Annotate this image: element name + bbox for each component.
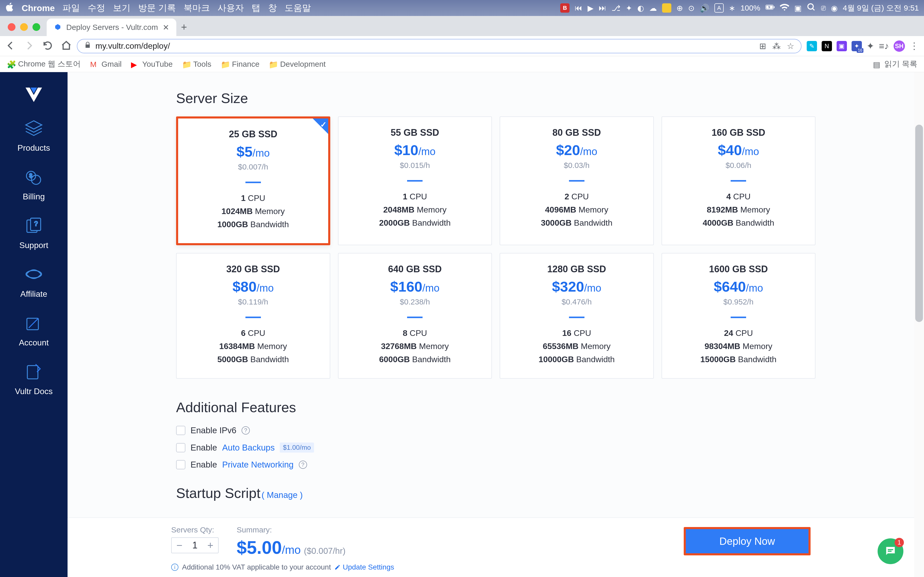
menu-people[interactable]: 사용자 — [218, 2, 244, 14]
close-tab-icon[interactable]: ✕ — [163, 23, 169, 32]
help-icon[interactable]: ? — [242, 426, 250, 435]
app-name[interactable]: Chrome — [22, 3, 55, 13]
auto-backups-link[interactable]: Auto Backups — [222, 443, 275, 453]
status-icon-5[interactable]: ⊙ — [688, 3, 695, 13]
extensions-icon[interactable]: ✦ — [866, 41, 874, 52]
chat-fab[interactable]: 1 — [877, 538, 903, 564]
svg-line-4 — [813, 8, 814, 10]
wifi-icon[interactable] — [780, 3, 789, 14]
control-center-icon[interactable]: ⎚ — [821, 3, 826, 12]
plan-card-4[interactable]: 320 GB SSD$80/mo$0.119/h6 CPU16384MB Mem… — [176, 253, 330, 379]
close-window-button[interactable] — [8, 23, 16, 31]
plan-card-0[interactable]: 25 GB SSD$5/mo$0.007/h1 CPU1024MB Memory… — [176, 116, 330, 245]
vertical-scrollbar[interactable] — [914, 72, 924, 577]
battery-icon[interactable] — [766, 3, 775, 14]
plan-card-7[interactable]: 1600 GB SSD$640/mo$0.952/h24 CPU98304MB … — [662, 253, 816, 379]
scrollbar-thumb[interactable] — [915, 125, 923, 322]
bookmark-youtube[interactable]: ▶YouTube — [131, 60, 173, 69]
clock[interactable]: 4월 9일 (금) 오전 9:51 — [843, 3, 919, 13]
play-icon[interactable]: ▶ — [588, 3, 593, 13]
qr-icon[interactable]: ⊞ — [759, 41, 766, 51]
menu-help[interactable]: 도움말 — [284, 2, 311, 14]
plan-price: $20/mo — [505, 142, 648, 158]
bookmark-star-icon[interactable]: ☆ — [787, 41, 794, 51]
vultr-logo[interactable] — [23, 84, 44, 104]
maximize-window-button[interactable] — [32, 23, 40, 31]
plan-memory: 2048MB Memory — [344, 205, 486, 214]
menu-edit[interactable]: 수정 — [88, 2, 105, 14]
bookmark-folder-dev[interactable]: 📁Development — [269, 60, 326, 69]
bookmark-folder-finance[interactable]: 📁Finance — [221, 60, 260, 69]
forward-button — [24, 40, 34, 52]
private-networking-link[interactable]: Private Networking — [222, 460, 294, 470]
sidebar-item-affiliate[interactable]: Affiliate — [20, 264, 47, 299]
help-icon[interactable]: ? — [299, 461, 307, 469]
sidebar-item-account[interactable]: Account — [19, 313, 49, 348]
menu-view[interactable]: 보기 — [113, 2, 131, 14]
sidebar-item-docs[interactable]: Vultr Docs — [15, 362, 53, 396]
status-icon-1[interactable]: ✦ — [626, 3, 632, 13]
volume-icon[interactable]: 🔊 — [700, 3, 709, 13]
svg-rect-15 — [888, 551, 892, 552]
new-tab-button[interactable]: + — [176, 21, 192, 36]
plan-card-6[interactable]: 1280 GB SSD$320/mo$0.476/h16 CPU65536MB … — [500, 253, 654, 379]
apple-icon[interactable] — [5, 3, 14, 13]
cloud-icon[interactable]: ☁ — [649, 3, 657, 13]
checkbox-ipv6[interactable] — [176, 426, 185, 435]
bookmark-gmail[interactable]: MGmail — [90, 60, 121, 69]
playlist-ext-icon[interactable]: ≡♪ — [879, 41, 889, 52]
menu-tab[interactable]: 탭 — [252, 2, 260, 14]
bookmark-folder-tools[interactable]: 📁Tools — [182, 60, 212, 69]
search-icon[interactable] — [807, 3, 816, 14]
plan-card-1[interactable]: 55 GB SSD$10/mo$0.015/h1 CPU2048MB Memor… — [338, 116, 492, 245]
account-icon — [22, 313, 46, 334]
address-bar[interactable]: my.vultr.com/deploy/ ⊞ ⁂ ☆ — [77, 39, 801, 53]
status-icon-2[interactable]: ◐ — [637, 3, 644, 13]
deploy-now-button[interactable]: Deploy Now — [684, 527, 811, 555]
lock-icon[interactable] — [84, 41, 91, 51]
plan-card-5[interactable]: 640 GB SSD$160/mo$0.238/h8 CPU32768MB Me… — [338, 253, 492, 379]
home-button[interactable] — [61, 40, 72, 52]
menu-bookmarks[interactable]: 북마크 — [184, 2, 210, 14]
browser-tab-active[interactable]: Deploy Servers - Vultr.com ✕ — [47, 19, 176, 36]
reading-list-button[interactable]: ▤읽기 목록 — [873, 59, 917, 69]
plan-memory: 4096MB Memory — [505, 205, 648, 214]
ext-icon-2[interactable]: N — [822, 41, 832, 51]
manage-startup-link[interactable]: ( Manage ) — [262, 490, 303, 500]
input-source-icon[interactable]: A — [714, 3, 724, 13]
sidebar-item-support[interactable]: ? Support — [19, 216, 48, 250]
status-icon-3[interactable] — [662, 3, 671, 13]
menu-window[interactable]: 창 — [268, 2, 277, 14]
ext-icon-4[interactable]: ✦16 — [851, 41, 862, 51]
plan-card-2[interactable]: 80 GB SSD$20/mo$0.03/h2 CPU4096MB Memory… — [500, 116, 654, 245]
prev-track-icon[interactable]: ⏮ — [575, 3, 582, 12]
ext-icon-1[interactable]: ✎ — [807, 41, 817, 51]
siri-icon[interactable]: ◉ — [831, 3, 838, 13]
playlist-icon[interactable]: ⎇ — [612, 3, 620, 13]
sidebar-item-products[interactable]: Products — [18, 118, 50, 153]
checkbox-backups[interactable] — [176, 443, 185, 452]
plan-cpu: 4 CPU — [667, 192, 810, 201]
next-track-icon[interactable]: ⏭ — [599, 3, 606, 12]
qty-increment-button[interactable]: + — [203, 540, 218, 550]
qty-decrement-button[interactable]: − — [172, 540, 187, 550]
ext-icon-3[interactable]: ▣ — [837, 41, 847, 51]
bookmark-webstore[interactable]: 🧩Chrome 웹 스토어 — [7, 59, 81, 69]
sidebar-item-billing[interactable]: $ Billing — [22, 167, 46, 201]
chrome-menu-icon[interactable]: ⋮ — [909, 41, 919, 52]
status-app-icon[interactable]: B — [560, 3, 570, 13]
status-icon-4[interactable]: ⊕ — [677, 3, 683, 13]
checkbox-privnet[interactable] — [176, 460, 185, 469]
plan-card-3[interactable]: 160 GB SSD$40/mo$0.06/h4 CPU8192MB Memor… — [662, 116, 816, 245]
bluetooth-icon[interactable]: ∗ — [729, 3, 735, 13]
menu-file[interactable]: 파일 — [62, 2, 80, 14]
profile-avatar[interactable]: SH — [893, 40, 905, 52]
minimize-window-button[interactable] — [20, 23, 28, 31]
plan-hourly: $0.015/h — [344, 161, 486, 170]
translate-icon[interactable]: ⁂ — [772, 41, 781, 51]
reload-button[interactable] — [42, 40, 53, 52]
menu-history[interactable]: 방문 기록 — [138, 2, 176, 14]
back-button[interactable] — [5, 40, 16, 52]
screen-icon[interactable]: ▣ — [794, 3, 801, 13]
update-settings-link[interactable]: Update Settings — [334, 563, 394, 571]
